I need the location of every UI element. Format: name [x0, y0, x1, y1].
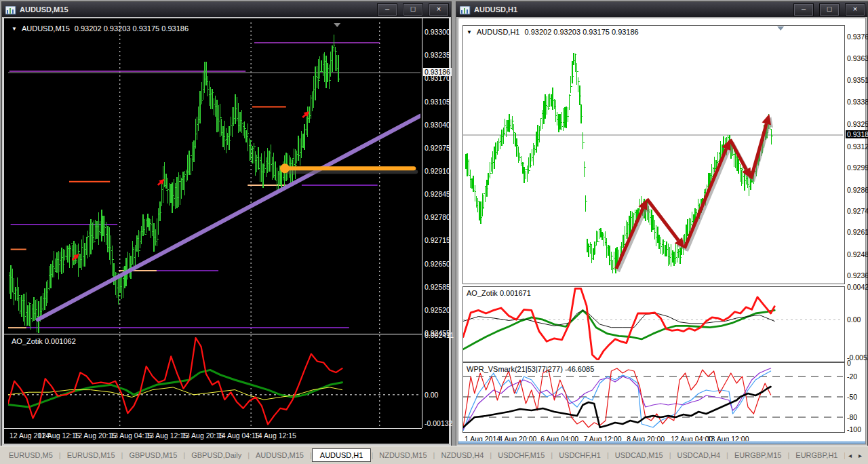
indicator-tick: -100	[847, 425, 861, 433]
indicator-tick: -0.00132	[425, 419, 452, 427]
indicator-tick: 0.004201	[847, 283, 868, 291]
left-titlebar[interactable]: AUDUSD,M15 – □ ×	[2, 2, 451, 17]
right-time-axis[interactable]: 1 Aug 20144 Aug 20:006 Aug 04:007 Aug 12…	[463, 433, 844, 446]
left-header-symbol: AUDUSD,M15	[22, 24, 70, 33]
price-tick: 0.92650	[425, 260, 450, 268]
time-tick: 14 Aug 04:15	[218, 431, 260, 440]
chart-tab-gbpusd-m15[interactable]: GBPUSD,M15	[123, 448, 183, 462]
left-subwindow-separator[interactable]	[4, 334, 422, 334]
left-indicator-plot[interactable]: AO_Zotik 0.001062	[8, 335, 420, 427]
right-window-bottom-edge	[458, 441, 865, 444]
chart-tab-usdcad-m15[interactable]: USDCAD,M15	[609, 448, 669, 462]
chart-tab-gbpusd-daily[interactable]: GBPUSD,Daily	[185, 448, 248, 462]
chart-tab-list: EURUSD,M5|EURUSD,M15|GBPUSD,M15|GBPUSD,D…	[3, 446, 845, 464]
left-header-ohlc: 0.93202 0.93203 0.93175 0.93186	[75, 24, 189, 33]
left-window-title: AUDUSD,M15	[20, 5, 372, 14]
price-tick: 0.92740	[847, 207, 868, 215]
right-header-ohlc: 0.93202 0.93203 0.93175 0.93186	[525, 28, 639, 36]
right-price-axis[interactable]: 0.937650.936350.935100.933800.932500.931…	[846, 18, 867, 432]
price-tick: 0.92780	[425, 213, 450, 221]
chart-window-audusd-m15[interactable]: AUDUSD,M15 – □ × ▼ AUDUSD,M15 0.93202 0.…	[1, 1, 452, 446]
price-tick: 0.92910	[425, 167, 450, 175]
left-indicator-label: AO_Zotik 0.001062	[12, 337, 76, 345]
left-maximize-button[interactable]: □	[403, 3, 423, 16]
price-tick: 0.93765	[847, 33, 868, 41]
price-tick: 0.93635	[847, 54, 868, 62]
chart-tab-audusd-h1[interactable]: AUDUSD,H1	[312, 448, 372, 462]
indicator-tick: 0.00	[425, 391, 438, 399]
right-titlebar[interactable]: AUDUSD,H1 – □ ×	[456, 2, 867, 17]
chart-window-icon	[460, 5, 471, 14]
right-wpr-plot[interactable]: WPR_VSmark(21|53|77|277) -46.6085	[462, 362, 845, 433]
price-tick: 0.92615	[847, 228, 868, 236]
chart-window-icon	[5, 5, 16, 14]
chart-window-audusd-h1[interactable]: AUDUSD,H1 – □ × ▼ AUDUSD,H1 0.93202 0.93…	[456, 1, 868, 446]
tab-scroll-left-icon[interactable]: ◂	[845, 452, 855, 459]
right-close-button[interactable]: ×	[845, 3, 865, 16]
chart-tab-nzdusd-m15[interactable]: NZDUSD,M15	[373, 448, 433, 462]
price-tick: 0.93380	[847, 98, 868, 106]
price-tick: 0.92485	[847, 250, 868, 258]
left-chart-header: ▼ AUDUSD,M15 0.93202 0.93203 0.93175 0.9…	[12, 24, 189, 33]
right-main-plot[interactable]: ▼ AUDUSD,H1 0.93202 0.93203 0.93175 0.93…	[462, 25, 845, 284]
chart-dropdown-icon[interactable]: ▼	[12, 26, 17, 32]
price-tick: 0.93040	[425, 121, 450, 129]
right-ao-label: AO_Zotik 0.001671	[467, 289, 531, 297]
right-ao-plot[interactable]: AO_Zotik 0.001671	[462, 286, 845, 362]
right-minimize-button[interactable]: –	[793, 3, 814, 16]
chart-tab-eurusd-m5[interactable]: EURUSD,M5	[3, 448, 59, 462]
right-window-title: AUDUSD,H1	[474, 5, 788, 14]
indicator-tick: 0	[847, 359, 851, 367]
right-wpr-label: WPR_VSmark(21|53|77|277) -46.6085	[467, 365, 594, 373]
chart-tab-usdchf-h1[interactable]: USDCHF,H1	[553, 448, 607, 462]
price-tick: 0.93510	[847, 76, 868, 84]
price-tick: 0.92715	[425, 236, 450, 244]
left-price-axis[interactable]: 0.933000.932350.931700.931050.930400.929…	[422, 18, 450, 428]
indicator-tick: -50	[847, 393, 857, 401]
price-tick: 0.92520	[425, 306, 450, 314]
price-tick: 0.93235	[425, 51, 450, 59]
left-time-axis-line	[4, 428, 422, 429]
chart-tab-usdchf-m15[interactable]: USDCHF,M15	[492, 448, 551, 462]
chart-tab-audusd-m15[interactable]: AUDUSD,M15	[250, 448, 310, 462]
chart-tab-eurusd-m15[interactable]: EURUSD,M15	[61, 448, 121, 462]
price-tick: 0.93120	[847, 142, 868, 151]
right-header-symbol: AUDUSD,H1	[477, 28, 520, 36]
indicator-tick: 0.002411	[425, 331, 454, 339]
chart-tab-eurgbp-h1[interactable]: EURGBP,H1	[789, 448, 844, 462]
left-chart-client: ▼ AUDUSD,M15 0.93202 0.93203 0.93175 0.9…	[3, 18, 450, 444]
indicator-tick: 0.00	[847, 315, 861, 324]
price-tick: 0.92585	[425, 283, 450, 291]
right-chart-header: ▼ AUDUSD,H1 0.93202 0.93203 0.93175 0.93…	[467, 28, 639, 36]
left-time-axis[interactable]: 12 Aug 201412 Aug 12:1512 Aug 20:1513 Au…	[8, 429, 420, 443]
chart-tab-usdcad-h4[interactable]: USDCAD,H4	[671, 448, 727, 462]
chart-tab-nzdusd-h4[interactable]: NZDUSD,H4	[435, 448, 490, 462]
current-price-tag: 0.93186	[846, 130, 868, 138]
price-tick: 0.93300	[425, 28, 450, 36]
left-minimize-button[interactable]: –	[377, 3, 397, 16]
current-price-tag: 0.93186	[423, 68, 452, 76]
right-chart-client: ▼ AUDUSD,H1 0.93202 0.93203 0.93175 0.93…	[458, 18, 866, 444]
chart-tab-eurgbp-m15[interactable]: EURGBP,M15	[728, 448, 788, 462]
price-tick: 0.93105	[425, 98, 450, 106]
indicator-tick: -20	[847, 372, 857, 381]
price-tick: 0.92865	[847, 186, 868, 194]
price-tick: 0.92995	[847, 163, 868, 172]
price-tick: 0.93250	[847, 120, 868, 128]
time-tick: 14 Aug 12:15	[254, 431, 296, 440]
indicator-tick: -80	[847, 413, 857, 421]
chart-tab-bar: EURUSD,M5|EURUSD,M15|GBPUSD,M15|GBPUSD,D…	[0, 446, 868, 464]
right-maximize-button[interactable]: □	[819, 3, 840, 16]
tab-scroll-right-icon[interactable]: ▸	[855, 452, 865, 459]
price-tick: 0.92360	[847, 271, 868, 279]
chart-dropdown-icon[interactable]: ▼	[467, 29, 472, 35]
left-close-button[interactable]: ×	[429, 3, 449, 16]
left-main-plot[interactable]: ▼ AUDUSD,M15 0.93202 0.93203 0.93175 0.9…	[8, 22, 420, 333]
price-tick: 0.92845	[425, 190, 450, 198]
price-tick: 0.92975	[425, 144, 450, 152]
